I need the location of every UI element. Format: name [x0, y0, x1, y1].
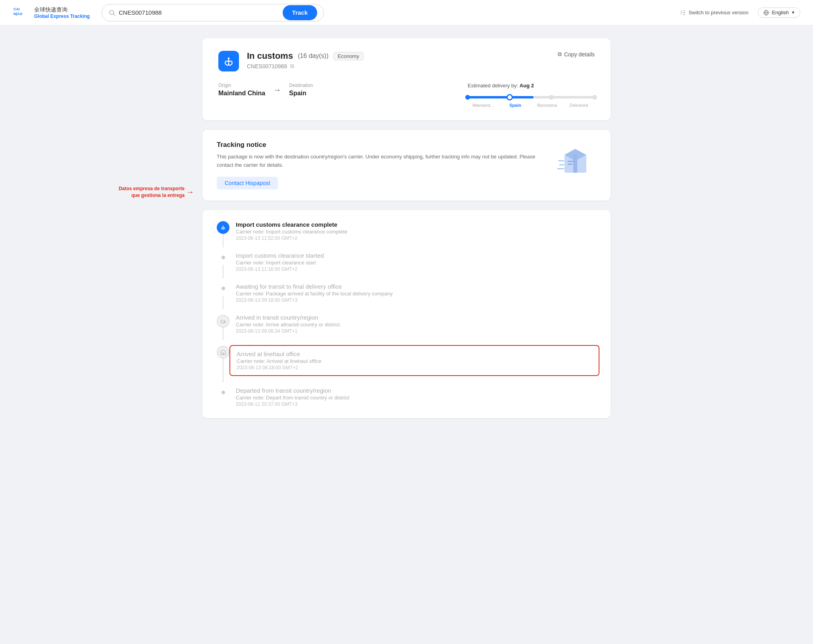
timeline-dot — [222, 287, 225, 290]
timeline-icon-transit — [217, 315, 229, 328]
logo-text: 全球快递查询 Global Express Tracking — [34, 6, 90, 19]
svg-point-23 — [222, 322, 222, 323]
timeline-item: Departed from transit country/region Car… — [217, 387, 596, 407]
progress-dot-2 — [549, 95, 554, 100]
notice-text: This package is now with the destination… — [217, 153, 547, 170]
main-content: In customs (16 day(s)) Economy CNES00710… — [196, 38, 617, 418]
anchor-icon — [223, 56, 234, 67]
svg-point-24 — [223, 322, 224, 323]
timeline-item: Arrived in transit country/region Carrie… — [217, 314, 596, 334]
package-illustration — [557, 141, 596, 177]
timeline-body-5: Departed from transit country/region Car… — [236, 387, 596, 407]
notice-content: Tracking notice This package is now with… — [217, 141, 547, 189]
timeline-time-4: 2023-06-13 08:18:00 GMT+2 — [237, 365, 592, 370]
progress-label-3: Delivered — [563, 103, 595, 108]
timeline-dot-wrapper — [217, 283, 229, 303]
copy-tracking-icon[interactable]: ⧉ — [290, 63, 294, 69]
notice-title: Tracking notice — [217, 141, 547, 149]
cainiao-logo-icon: CAI N|AO — [13, 4, 30, 21]
annotation-text: Datos empresa de transporte que gestiona… — [115, 185, 185, 199]
timeline-dot — [222, 256, 225, 259]
tracking-number: CNES00710988 — [247, 63, 287, 69]
timeline-dot-wrapper — [217, 387, 229, 407]
timeline-time-0: 2023-06-13 11:52:00 GMT+2 — [236, 235, 596, 241]
timeline-item: Awaiting for transit to final delivery o… — [217, 283, 596, 303]
progress-dot-0 — [465, 95, 470, 100]
svg-text:N|AO: N|AO — [13, 12, 23, 16]
timeline-note-4: Carrier note: Arrived at linehaul office — [237, 358, 592, 364]
package-title-row: In customs (16 day(s)) Economy — [247, 51, 550, 61]
timeline-body-4: Arrived at linehaul office Carrier note:… — [229, 345, 599, 376]
svg-point-3 — [110, 10, 114, 15]
timeline-item: Import customs clearance started Carrier… — [217, 252, 596, 272]
notice-section-wrapper: Datos empresa de transporte que gestiona… — [202, 130, 611, 201]
logo-cn: 全球快递查询 — [34, 6, 90, 13]
timeline-body-2: Awaiting for transit to final delivery o… — [236, 283, 596, 303]
timeline-body-3: Arrived in transit country/region Carrie… — [236, 314, 596, 334]
svg-rect-15 — [568, 164, 572, 165]
estimated-date: Aug 2 — [520, 83, 534, 89]
svg-point-19 — [223, 226, 223, 226]
timeline-time-3: 2023-06-13 09:06:34 GMT+1 — [236, 328, 596, 334]
timeline-icon-customs-complete — [217, 221, 229, 234]
route-section: Origin Mainland China → Destination Spai… — [218, 83, 595, 108]
switch-version-btn[interactable]: Switch to previous version — [680, 10, 748, 16]
timeline-time-1: 2023-06-13 11:16:00 GMT+2 — [236, 266, 596, 272]
timeline-title-4: Arrived at linehaul office — [237, 351, 592, 357]
timeline-dot-wrapper — [217, 252, 229, 272]
tracking-number-row: CNES00710988 ⧉ — [247, 63, 550, 69]
svg-rect-14 — [568, 161, 575, 162]
anchor-icon-small — [220, 224, 226, 231]
search-input[interactable] — [119, 9, 279, 16]
timeline-title-1: Import customs clearance started — [236, 252, 596, 259]
linehaul-icon — [220, 349, 226, 355]
timeline-note-2: Carrier note: Package arrived at facilit… — [236, 291, 596, 297]
progress-label-1: Spain — [499, 103, 531, 108]
contact-btn-wrapper: Contact Hispapost — [217, 177, 547, 189]
destination-block: Destination Spain — [289, 83, 313, 97]
logo-en: Global Express Tracking — [34, 13, 90, 19]
timeline-title-5: Departed from transit country/region — [236, 387, 596, 394]
timeline-title-3: Arrived in transit country/region — [236, 314, 596, 321]
destination-label: Destination — [289, 83, 313, 88]
timeline-time-5: 2023-06-11 20:37:00 GMT+3 — [236, 401, 596, 407]
progress-label-2: Barcelona — [531, 103, 563, 108]
package-status-text: In customs — [247, 51, 293, 61]
timeline-dot — [222, 391, 225, 394]
progress-labels: Mainland… Spain Barcelona Delivered — [468, 103, 595, 108]
switch-version-label: Switch to previous version — [688, 10, 748, 15]
transit-icon — [220, 318, 226, 324]
search-bar: Track — [102, 4, 324, 21]
origin-label: Origin — [218, 83, 265, 88]
annotation-wrapper: Datos empresa de transporte que gestiona… — [115, 185, 194, 199]
timeline-body-1: Import customs clearance started Carrier… — [236, 252, 596, 272]
timeline-item: Import customs clearance complete Carrie… — [217, 221, 596, 241]
chevron-down-icon: ▼ — [791, 10, 795, 15]
notice-illustration — [557, 141, 596, 178]
track-button[interactable]: Track — [283, 5, 317, 20]
timeline-icon-linehaul — [217, 346, 229, 359]
progress-label-0: Mainland… — [468, 103, 499, 108]
contact-hispapost-button[interactable]: Contact Hispapost — [217, 177, 278, 189]
package-days-text: (16 day(s)) — [298, 52, 328, 60]
language-selector[interactable]: English ▼ — [758, 8, 800, 18]
progress-fill — [468, 96, 534, 98]
destination-city: Spain — [289, 90, 313, 97]
economy-badge: Economy — [333, 52, 364, 60]
package-status-icon — [218, 51, 239, 71]
globe-icon — [763, 10, 769, 16]
package-card: In customs (16 day(s)) Economy CNES00710… — [202, 38, 611, 120]
svg-text:CAI: CAI — [13, 7, 20, 11]
progress-dot-1 — [507, 94, 513, 100]
switch-icon — [680, 10, 686, 16]
route-origin-dest: Origin Mainland China → Destination Spai… — [218, 83, 313, 97]
timeline-body-0: Import customs clearance complete Carrie… — [236, 221, 596, 241]
timeline-note-5: Carrier note: Depart from transit countr… — [236, 395, 596, 401]
timeline-card: Import customs clearance complete Carrie… — [202, 210, 611, 418]
search-icon — [108, 9, 116, 16]
logo-area: CAI N|AO 全球快递查询 Global Express Tracking — [13, 4, 92, 21]
copy-icon: ⧉ — [558, 51, 562, 58]
origin-block: Origin Mainland China — [218, 83, 265, 97]
copy-details-button[interactable]: ⧉ Copy details — [558, 51, 595, 58]
package-header: In customs (16 day(s)) Economy CNES00710… — [218, 51, 595, 71]
